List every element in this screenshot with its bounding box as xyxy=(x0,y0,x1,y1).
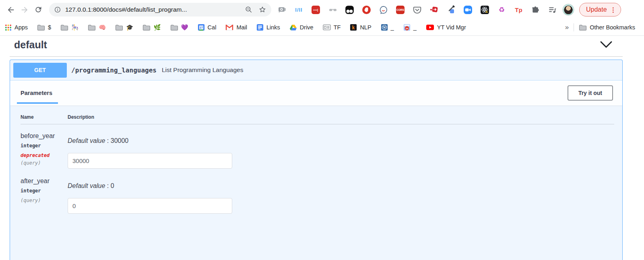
forward-button[interactable] xyxy=(18,3,31,17)
bookmark-folder-brain[interactable]: 🧠 xyxy=(88,24,106,31)
parameter-name-cell: after_year integer (query) xyxy=(21,177,68,214)
browser-toolbar: 127.0.0.1:8000/docs#/default/list_progra… xyxy=(0,0,644,19)
zoom-extension-icon[interactable] xyxy=(461,4,475,16)
bookmarks-overflow-chevron[interactable]: » xyxy=(565,23,569,31)
pocket-extension-icon[interactable] xyxy=(411,4,424,16)
reload-button[interactable] xyxy=(31,3,45,17)
cors-extension-icon[interactable]: CORS xyxy=(394,4,407,16)
parameter-description-cell: Default value : 0 xyxy=(68,177,614,214)
folder-icon xyxy=(37,24,45,31)
other-bookmarks[interactable]: Other Bookmarks xyxy=(579,24,635,31)
parameter-deprecated-badge: deprecated xyxy=(21,153,68,158)
address-bar[interactable]: 127.0.0.1:8000/docs#/default/list_progra… xyxy=(49,3,271,17)
parameters-table: Name Description before_year integer dep… xyxy=(10,105,622,214)
bookmark-folder-herb[interactable]: 🌿 xyxy=(142,24,161,31)
parameters-table-head: Name Description xyxy=(21,114,614,124)
folder-icon xyxy=(60,24,68,31)
links-list-icon xyxy=(256,24,264,31)
parameter-location: (query) xyxy=(21,198,68,203)
calendar-34-icon: 34 xyxy=(403,24,411,31)
bookmark-folder-horse[interactable]: 🎠 xyxy=(60,24,78,31)
svg-text:W: W xyxy=(383,26,386,29)
google-calendar-icon: 27 xyxy=(198,24,205,31)
parameter-type: integer xyxy=(21,143,68,149)
parameter-value-input[interactable] xyxy=(68,153,232,169)
endpoint-summary: List Programming Languages xyxy=(162,66,243,74)
bookmark-star-icon[interactable] xyxy=(258,6,266,14)
black-dots-extension-icon[interactable] xyxy=(343,4,356,16)
bookmark-apps[interactable]: Apps xyxy=(5,24,28,31)
bookmark-tf[interactable]: TF xyxy=(323,24,341,31)
react-devtools-extension-icon[interactable] xyxy=(478,4,491,16)
tp-extension-icon[interactable]: Tp xyxy=(512,4,525,16)
colorzilla-eyedropper-extension-icon[interactable] xyxy=(444,4,458,16)
parameters-section-header: Parameters Try it out xyxy=(10,80,622,105)
tag-collapse-chevron-icon[interactable] xyxy=(600,41,613,49)
svg-text:34: 34 xyxy=(405,27,408,30)
update-button[interactable]: Update ⋮ xyxy=(579,3,621,17)
bookmark-calendar[interactable]: 27 Cal xyxy=(198,24,217,31)
youtube-icon xyxy=(426,24,434,31)
playlist-music-icon[interactable] xyxy=(546,4,559,16)
reload-icon xyxy=(34,6,42,14)
forward-arrow-icon xyxy=(20,5,29,14)
opblock-get: GET /programming_languages List Programm… xyxy=(10,60,623,260)
back-arrow-icon xyxy=(6,5,15,14)
bookmark-folder-graduation[interactable]: 🎓 xyxy=(115,24,133,31)
sunglasses-extension-icon[interactable] xyxy=(326,4,339,16)
url-text[interactable]: 127.0.0.1:8000/docs#/default/list_progra… xyxy=(65,6,245,13)
folder-icon xyxy=(142,24,151,31)
browser-menu-kebab-icon[interactable]: ⋮ xyxy=(610,6,617,14)
folder-icon xyxy=(579,24,587,31)
adblock-stop-hand-extension-icon[interactable] xyxy=(360,4,373,16)
svg-text:27: 27 xyxy=(200,26,203,29)
parameter-name: after_year xyxy=(21,177,68,185)
parameter-location: (query) xyxy=(21,160,68,166)
bookmark-yt-vid-mgr[interactable]: YT Vid Mgr xyxy=(426,24,466,31)
lastpass-extension-icon[interactable]: •••| xyxy=(309,4,322,16)
red-arrow-extension-icon[interactable] xyxy=(427,4,441,16)
profile-avatar[interactable] xyxy=(562,4,574,16)
liner-extension-icon[interactable]: I/II xyxy=(292,4,305,16)
kaggle-icon: k xyxy=(350,24,357,31)
description-column-header: Description xyxy=(68,114,614,120)
svg-text:k: k xyxy=(352,25,355,31)
apps-grid-icon xyxy=(5,24,12,31)
swagger-page: default GET /programming_languages List … xyxy=(0,36,644,260)
endpoint-summary-row[interactable]: GET /programming_languages List Programm… xyxy=(10,60,622,80)
bookmark-folder-heart[interactable]: 💜 xyxy=(170,24,188,31)
google-drive-icon xyxy=(289,24,297,31)
parameter-row: after_year integer (query) Default value… xyxy=(21,169,614,214)
parameter-name: before_year xyxy=(21,132,68,140)
tag-title: default xyxy=(14,39,47,51)
recycle-extension-icon[interactable]: ♻ xyxy=(495,4,508,16)
zoom-out-icon[interactable] xyxy=(245,6,253,14)
bookmark-nlp[interactable]: k NLP xyxy=(350,24,371,31)
bookmark-folder-money[interactable]: $ xyxy=(37,24,51,31)
endpoint-path: /programming_languages xyxy=(71,66,157,74)
chat-bubble-extension-icon[interactable] xyxy=(377,4,390,16)
bookmark-drive[interactable]: Drive xyxy=(289,24,314,31)
card-form-icon xyxy=(323,24,331,31)
try-it-out-button[interactable]: Try it out xyxy=(568,85,613,101)
gmail-icon xyxy=(225,24,233,31)
bookmark-wordpress[interactable]: W _ xyxy=(381,24,394,31)
parameter-default-value-line: Default value : 30000 xyxy=(68,137,614,144)
bookmark-calendar-34[interactable]: 34 _ xyxy=(403,24,417,31)
parameter-description-cell: Default value : 30000 xyxy=(68,132,614,169)
parameter-type: integer xyxy=(21,188,68,194)
extensions-strip: I/II •••| xyxy=(275,4,559,16)
parameter-value-input[interactable] xyxy=(68,198,232,214)
bookmark-links[interactable]: Links xyxy=(256,24,280,31)
site-info-icon[interactable] xyxy=(54,6,61,13)
tab-parameters[interactable]: Parameters xyxy=(21,90,52,96)
extensions-puzzle-icon[interactable] xyxy=(529,4,542,16)
folder-icon xyxy=(88,24,96,31)
wordpress-icon: W xyxy=(381,24,388,31)
bookmark-mail[interactable]: Mail xyxy=(225,24,247,31)
bookmarks-bar: Apps $ 🎠 🧠 🎓 🌿 💜 xyxy=(0,19,644,36)
screenshot-chat-extension-icon[interactable] xyxy=(275,4,289,16)
back-button[interactable] xyxy=(4,3,18,17)
tag-divider xyxy=(10,56,623,57)
bookmarks-divider xyxy=(574,23,574,31)
